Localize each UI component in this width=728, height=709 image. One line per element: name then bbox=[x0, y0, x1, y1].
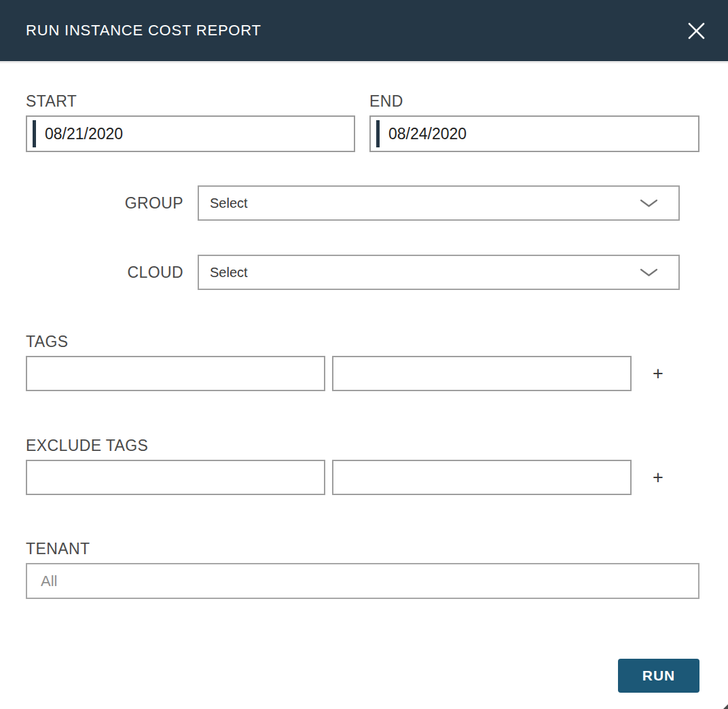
end-accent-bar bbox=[376, 120, 380, 147]
add-exclude-tag-button[interactable]: + bbox=[653, 469, 663, 487]
group-field-row: GROUP Select bbox=[26, 185, 699, 221]
start-label: START bbox=[26, 92, 355, 111]
cloud-label: CLOUD bbox=[26, 263, 198, 282]
group-select[interactable]: Select bbox=[198, 185, 680, 221]
tags-row: + bbox=[26, 356, 699, 391]
modal-header: RUN INSTANCE COST REPORT bbox=[0, 0, 728, 61]
tenant-section: TENANT bbox=[26, 540, 699, 599]
exclude-tag-name-input[interactable] bbox=[26, 460, 325, 495]
resize-grip-icon bbox=[723, 704, 728, 709]
cloud-field-row: CLOUD Select bbox=[26, 255, 699, 290]
tenant-input[interactable] bbox=[26, 563, 699, 599]
exclude-tag-value-input[interactable] bbox=[332, 460, 632, 495]
end-date-input[interactable] bbox=[388, 125, 698, 143]
tags-section: TAGS + bbox=[26, 333, 699, 391]
end-date-box bbox=[369, 115, 699, 152]
exclude-tags-row: + bbox=[26, 460, 699, 495]
group-label: GROUP bbox=[26, 194, 198, 213]
tenant-label: TENANT bbox=[26, 540, 699, 558]
exclude-tags-label: EXCLUDE TAGS bbox=[26, 437, 699, 455]
group-select-value: Select bbox=[210, 196, 248, 211]
cloud-select-value: Select bbox=[210, 265, 248, 280]
modal-footer: RUN bbox=[26, 659, 699, 693]
end-date-field-group: END bbox=[369, 92, 699, 152]
chevron-down-icon bbox=[640, 199, 658, 208]
end-label: END bbox=[369, 92, 699, 111]
close-icon bbox=[687, 22, 706, 40]
start-accent-bar bbox=[33, 120, 36, 147]
tags-label: TAGS bbox=[26, 333, 699, 351]
exclude-tags-section: EXCLUDE TAGS + bbox=[26, 437, 699, 495]
report-form: START END GROUP Select CLOUD bbox=[0, 63, 728, 693]
tag-name-input[interactable] bbox=[26, 356, 325, 391]
date-range-row: START END bbox=[26, 92, 699, 152]
page-title: RUN INSTANCE COST REPORT bbox=[26, 22, 261, 39]
start-date-box bbox=[26, 115, 355, 152]
tag-value-input[interactable] bbox=[332, 356, 632, 391]
start-date-field-group: START bbox=[26, 92, 355, 152]
close-button[interactable] bbox=[685, 19, 708, 42]
start-date-input[interactable] bbox=[45, 125, 354, 143]
run-button[interactable]: RUN bbox=[618, 659, 699, 693]
add-tag-button[interactable]: + bbox=[653, 365, 663, 383]
cloud-select[interactable]: Select bbox=[198, 255, 680, 290]
chevron-down-icon bbox=[640, 268, 658, 277]
